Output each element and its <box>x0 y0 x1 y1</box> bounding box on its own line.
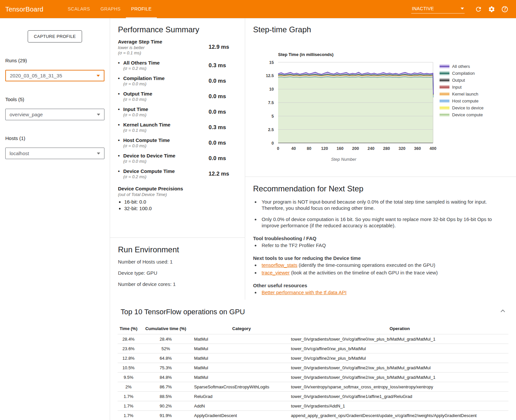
metric-value: 12.9 ms <box>209 44 237 50</box>
bullet: • <box>118 137 123 143</box>
reload-button[interactable] <box>472 3 485 16</box>
top-ops-card: Top 10 TensorFlow operations on GPU Time… <box>110 300 516 420</box>
table-column-header: Category <box>192 323 291 334</box>
step-time-chart: 02.557.51012.515040801201602002402803203… <box>253 58 436 152</box>
step-time-graph-card: Step-time Graph Step Time (in millisecon… <box>245 18 516 177</box>
metric-sigma: (σ = 0.1 ms) <box>123 128 209 133</box>
metric-label: •All Others Time <box>118 60 209 66</box>
legend-label: Host compute <box>452 98 478 103</box>
table-cell: 12.8% <box>118 353 139 363</box>
table-cell: MatMul <box>192 373 291 382</box>
table-cell: ReluGrad <box>192 392 291 401</box>
table-row: 1.7%88.5%ReluGradtower_0/v/gradients/tow… <box>118 392 508 401</box>
table-cell: 90.2% <box>139 401 192 411</box>
svg-text:15: 15 <box>269 60 274 65</box>
precision-item: 16-bit: 0.0 <box>124 199 237 205</box>
table-row: 10.5%75.3%MatMultower_0/v/gradients/towe… <box>118 363 508 373</box>
svg-text:320: 320 <box>399 146 406 151</box>
metric-value: 0.3 ms <box>209 62 237 69</box>
table-row: 28.4%28.4%MatMultower_0/v/gradients/towe… <box>118 334 508 344</box>
svg-text:5: 5 <box>272 114 274 119</box>
link-tensorflow-stats[interactable]: tensorflow_stats <box>262 262 297 268</box>
link-better-performance-with-the-tf-data-api[interactable]: Better performance with the tf.data API <box>262 290 347 295</box>
bullet: • <box>118 153 123 158</box>
metric-sigma: (σ = 0.2 ms) <box>123 66 209 71</box>
metric-value: 0.0 ms <box>209 78 237 84</box>
metric-row: •Compilation Time(σ = 0.0 ms)0.0 ms <box>118 75 237 86</box>
metric-value: 0.0 ms <box>209 109 237 115</box>
device-compute-precisions: Device Compute Precisions (out of Total … <box>118 186 237 212</box>
table-cell: 10.5% <box>118 363 139 373</box>
help-icon <box>501 6 508 13</box>
run-environment-title: Run Environment <box>118 245 237 254</box>
table-cell: tower_0/v/cg/affine2/xw_plus_b/MatMul <box>291 353 508 363</box>
legend-swatch <box>440 99 449 103</box>
recommendation-bullet: Your program is NOT input-bound because … <box>260 199 508 211</box>
legend-item-compilation: Compilation <box>440 70 483 77</box>
tab-graphs[interactable]: GRAPHS <box>95 0 126 18</box>
runs-dropdown[interactable]: 2020_03_05_18_31_35 <box>5 70 104 81</box>
legend-item-device-to-device: Device to device <box>440 104 483 111</box>
legend-item-host-compute: Host compute <box>440 98 483 104</box>
metric-sigma: (σ = 0.0 ms) <box>123 112 209 117</box>
table-cell: 64.8% <box>139 353 192 363</box>
svg-text:12.5: 12.5 <box>266 73 274 78</box>
help-button[interactable] <box>498 3 511 16</box>
table-row: 1.7%90.2%AddNtower_0/v/gradients/AddN_1 <box>118 401 508 411</box>
performance-summary-card: Performance Summary Average Step Timelow… <box>110 18 245 238</box>
legend-swatch <box>440 113 449 117</box>
legend-item-kernel-launch: Kernel launch <box>440 91 483 98</box>
table-cell: MatMul <box>192 334 291 344</box>
recommendation-subheading: Other useful resources <box>253 283 508 288</box>
metric-row: •Input Time(σ = 0.0 ms)0.0 ms <box>118 106 237 117</box>
recommendation-bullet: Only 0.0% of device computation is 16 bi… <box>260 216 508 229</box>
table-cell: tower_0/v/gradients/AddN_1 <box>291 401 508 411</box>
table-header-row: Time (%)Cumulative time (%)CategoryOpera… <box>118 323 508 334</box>
header-controls: INACTIVE <box>411 0 516 18</box>
legend-swatch <box>440 85 449 89</box>
metric-row: •All Others Time(σ = 0.2 ms)0.3 ms <box>118 60 237 71</box>
app-header: TensorBoard SCALARSGRAPHSPROFILE INACTIV… <box>0 0 516 18</box>
chevron-down-icon <box>97 153 100 154</box>
table-cell: 86.7% <box>139 382 192 392</box>
link-trace-viewer[interactable]: trace_viewer <box>262 270 290 275</box>
table-cell: tower_0/v/gradients/tower_0/v/cg/affine1… <box>291 392 508 401</box>
legend-label: Input <box>452 85 462 90</box>
table-body: 28.4%28.4%MatMultower_0/v/gradients/towe… <box>118 334 508 420</box>
table-row: 1.7%91.9%ApplyGradientDescentappend_appl… <box>118 411 508 420</box>
chart-area: Step Time (in milliseconds) 02.557.51012… <box>253 52 508 162</box>
legend-item-input: Input <box>440 84 483 91</box>
status-dropdown-value: INACTIVE <box>412 6 434 11</box>
capture-profile-button[interactable]: CAPTURE PROFILE <box>28 30 82 42</box>
collapse-button[interactable] <box>499 307 507 315</box>
table-cell: 28.4% <box>139 334 192 344</box>
settings-button[interactable] <box>485 3 498 16</box>
metric-sigma: (σ = 0.1 ms) <box>118 50 209 55</box>
tab-profile[interactable]: PROFILE <box>126 0 157 18</box>
table-cell: tower_0/v/gradients/tower_0/v/cg/affine0… <box>291 334 508 344</box>
metric-value: 12.2 ms <box>209 171 237 177</box>
metric-label: Average Step Time <box>118 39 209 44</box>
metric-row: •Kernel Launch Time(σ = 0.1 ms)0.3 ms <box>118 122 237 133</box>
precisions-title: Device Compute Precisions <box>118 186 237 191</box>
metric-value: 0.0 ms <box>209 155 237 162</box>
metric-label: •Compilation Time <box>118 75 209 81</box>
hosts-dropdown[interactable]: localhost <box>5 148 104 159</box>
metric-label: •Host Compute Time <box>118 137 209 143</box>
tools-dropdown-value: overview_page <box>10 112 43 117</box>
runs-label: Runs (29) <box>5 58 104 63</box>
svg-text:120: 120 <box>321 146 328 151</box>
svg-text:400: 400 <box>430 146 436 151</box>
tab-scalars[interactable]: SCALARS <box>63 0 95 18</box>
legend-item-device-compute: Device compute <box>440 111 483 118</box>
metric-value: 0.3 ms <box>209 124 237 131</box>
table-cell: 1.7% <box>118 392 139 401</box>
table-cell: tower_0/v/xentropy/sparse_softmax_cross_… <box>291 382 508 392</box>
status-dropdown[interactable]: INACTIVE <box>411 5 465 14</box>
table-cell: 23.6% <box>118 344 139 353</box>
bullet: • <box>118 60 123 66</box>
recommendation-sections: Tool troubleshooting / FAQRefer to the T… <box>253 236 508 295</box>
recommendation-item: tensorflow_stats (identify the time-cons… <box>260 262 508 268</box>
gear-icon <box>488 6 495 13</box>
tools-dropdown[interactable]: overview_page <box>5 109 104 120</box>
